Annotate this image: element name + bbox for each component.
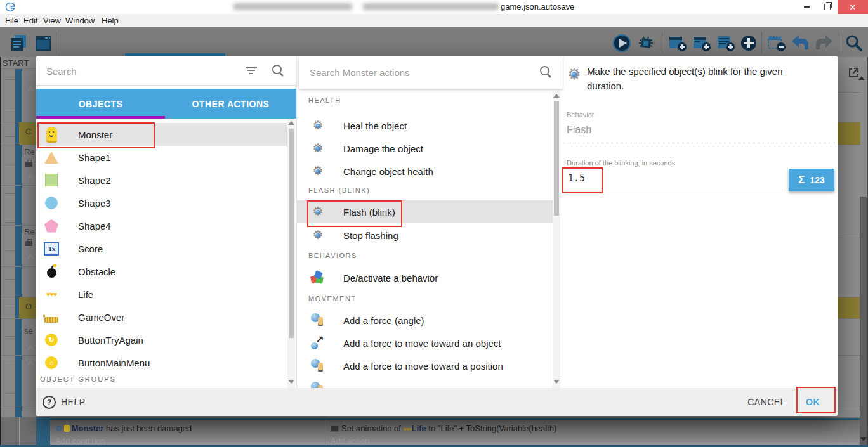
force-arrow-icon: [310, 335, 326, 351]
object-row-buttontryagain[interactable]: ↻ ButtonTryAgain: [36, 328, 287, 351]
cancel-button[interactable]: CANCEL: [747, 388, 786, 416]
duration-field-underline: [563, 190, 782, 190]
object-search-input[interactable]: [45, 62, 238, 80]
action-row-change-health[interactable]: Change object health: [297, 160, 553, 183]
action-row-stop-flashing[interactable]: Stop flashing: [297, 224, 553, 247]
event-sheet-scrollbar[interactable]: [860, 197, 867, 447]
hearts-icon: ♥♥♥: [44, 287, 59, 302]
menu-window[interactable]: Window: [65, 16, 95, 25]
behavior-gear-icon: [310, 228, 326, 243]
object-row-shape1[interactable]: Shape1: [36, 146, 287, 169]
behavior-field-underline: [563, 143, 836, 143]
object-search-row: [36, 56, 296, 86]
undo-icon[interactable]: [789, 33, 810, 53]
scroll-down-icon[interactable]: [860, 437, 867, 441]
minimize-button[interactable]: [797, 0, 817, 14]
action-search-input[interactable]: [308, 63, 520, 81]
action-row-heal[interactable]: Heal the object: [297, 114, 553, 137]
scroll-up-icon[interactable]: [858, 76, 865, 80]
hearts-mini-icon: ♥♥♥: [404, 426, 412, 432]
force-icon: [310, 313, 326, 328]
object-row-buttonmainmenu[interactable]: ⌂ ButtonMainMenu: [36, 351, 287, 374]
delete-event-icon[interactable]: [766, 33, 787, 53]
action-search-card: [299, 56, 563, 89]
toolbar-separator: [839, 32, 839, 53]
action-text: to "Life" + ToString(Variable(health): [426, 424, 557, 433]
window-title: game.json.autosave: [501, 2, 574, 11]
toolbar-separator: [662, 32, 662, 53]
object-row-monster[interactable]: Monster: [36, 123, 287, 146]
section-header-movement: MOVEMENT: [308, 295, 357, 302]
object-row-obstacle[interactable]: Obstacle: [36, 260, 287, 283]
debug-icon[interactable]: [636, 33, 656, 53]
section-header-health: HEALTH: [308, 96, 341, 104]
section-header-behaviors: BEHAVIORS: [308, 252, 357, 259]
object-row-shape2[interactable]: Shape2: [36, 169, 287, 191]
close-icon: ✕: [850, 3, 857, 12]
action-row-partial[interactable]: [297, 377, 553, 388]
scene-editor-icon[interactable]: [33, 33, 53, 53]
section-header-flash: FLASH (BLINK): [308, 186, 370, 194]
add-comment-event-icon[interactable]: [692, 33, 712, 53]
object-row-shape3[interactable]: Shape3: [36, 191, 287, 214]
ok-button[interactable]: OK: [806, 388, 820, 416]
search-icon[interactable]: [844, 33, 864, 53]
object-row-gameover[interactable]: GameOver: [36, 306, 287, 328]
help-icon: ?: [43, 396, 56, 409]
restore-icon: [824, 4, 831, 10]
add-subevent-icon[interactable]: [716, 33, 736, 53]
action-row-add-force-angle[interactable]: Add a force (angle): [297, 309, 553, 332]
search-icon[interactable]: [540, 66, 551, 77]
add-event-icon[interactable]: [667, 33, 688, 53]
object-row-score[interactable]: Tx Score: [36, 237, 287, 260]
action-row-flash[interactable]: Flash (blink): [297, 200, 553, 223]
play-icon[interactable]: [612, 33, 632, 53]
toolbar-separator: [761, 32, 762, 53]
search-icon[interactable]: [272, 65, 284, 76]
add-action-link[interactable]: Add action: [331, 436, 369, 446]
behavior-gear-icon: [310, 118, 326, 133]
tab-other-actions[interactable]: OTHER ACTIONS: [165, 89, 296, 119]
action-list-scrollbar[interactable]: [553, 91, 560, 388]
behavior-gear-icon: [310, 141, 326, 156]
menu-edit[interactable]: Edit: [23, 16, 37, 25]
menu-help[interactable]: Help: [102, 16, 119, 25]
filter-icon[interactable]: [246, 67, 257, 74]
redacted-title-segment: [233, 3, 352, 10]
object-row-shape4[interactable]: Shape4: [36, 214, 287, 237]
help-button[interactable]: ? HELP: [43, 388, 86, 416]
bomb-icon: [44, 264, 59, 279]
action-parameters-panel: Make the specified object(s) blink for t…: [563, 56, 838, 388]
triangle-icon: [44, 150, 59, 165]
menu-file[interactable]: File: [5, 16, 18, 25]
action-row-damage[interactable]: Damage the object: [297, 137, 553, 160]
scene-tab-label: START: [3, 58, 29, 68]
keyboard-sprite-icon: [44, 309, 59, 325]
duration-input[interactable]: 1.5: [568, 172, 585, 184]
add-condition-link[interactable]: Add condition: [55, 436, 105, 446]
highlighted-event-row: [838, 122, 860, 145]
action-row-add-force-position[interactable]: Add a force to move toward a position: [297, 354, 553, 377]
gdevelop-logo-icon: [5, 2, 15, 12]
tab-objects[interactable]: OBJECTS: [36, 89, 165, 119]
menu-view[interactable]: View: [43, 16, 61, 25]
window-left-edge: [0, 57, 1, 447]
open-in-new-icon[interactable]: [848, 67, 859, 79]
object-row-life[interactable]: ♥♥♥ Life: [36, 283, 287, 306]
object-list-scrollbar[interactable]: [287, 119, 295, 388]
event-row[interactable]: ⚙Monster has just been damaged Add condi…: [50, 418, 860, 447]
action-row-add-force-object[interactable]: Add a force to move toward an object: [297, 332, 553, 354]
close-button[interactable]: ✕: [838, 0, 868, 14]
highlighted-event-row: [838, 297, 860, 318]
event-sheet-bottom-row: ⚙Monster has just been damaged Add condi…: [0, 417, 868, 447]
action-row-deactivate-behavior[interactable]: De/activate a behavior: [297, 266, 553, 289]
events-sheet-icon[interactable]: [9, 33, 29, 53]
behavior-field-label: Behavior: [567, 111, 594, 119]
monster-sprite-icon: [44, 127, 59, 142]
dialog-footer: ? HELP CANCEL OK: [36, 388, 838, 416]
restore-button[interactable]: [817, 0, 838, 14]
pentagon-icon: [44, 218, 59, 233]
redo-icon[interactable]: [815, 33, 835, 53]
add-circle-icon[interactable]: [739, 33, 759, 53]
expression-editor-button[interactable]: Σ 123: [789, 169, 834, 191]
